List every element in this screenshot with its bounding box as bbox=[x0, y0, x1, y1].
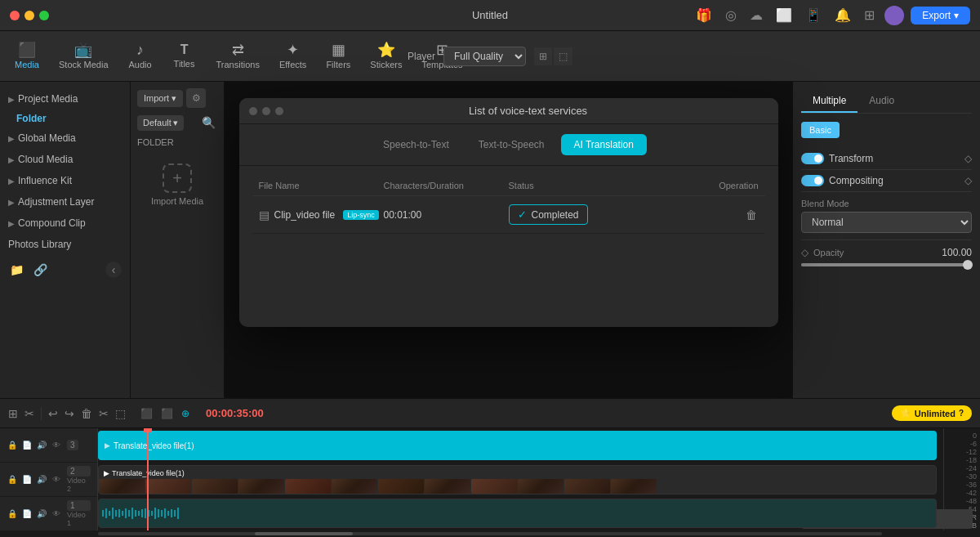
add-video-icon[interactable]: ⬛ bbox=[139, 406, 154, 421]
multi-select-icon[interactable]: ⊞ bbox=[8, 407, 18, 420]
import-media-box[interactable]: + Import Media bbox=[137, 154, 217, 216]
volume-icon-2[interactable]: 🔊 bbox=[36, 474, 47, 486]
sidebar-item-folder[interactable]: Folder bbox=[0, 110, 130, 128]
bell-icon[interactable]: 🔔 bbox=[831, 4, 854, 26]
modal-tab-ai-translation[interactable]: AI Translation bbox=[561, 134, 647, 155]
track-clip-3[interactable]: ▶ Translate_video file(1) bbox=[98, 431, 937, 460]
eye-icon-2[interactable]: 👁 bbox=[51, 474, 62, 486]
lock-icon-3[interactable]: 🔒 bbox=[7, 440, 18, 451]
opacity-slider-thumb[interactable] bbox=[963, 260, 973, 270]
volume-icon-3[interactable]: 🔊 bbox=[36, 440, 47, 451]
toolbar-item-stock[interactable]: 📺 Stock Media bbox=[51, 38, 117, 74]
thumb-2-3 bbox=[192, 479, 238, 494]
modal-title: List of voice-text services bbox=[288, 105, 768, 117]
avatar[interactable] bbox=[884, 6, 904, 25]
arrow-icon: ▶ bbox=[8, 95, 15, 104]
toolbar-item-audio[interactable]: ♪ Audio bbox=[120, 38, 161, 74]
add-folder-icon[interactable]: 📁 bbox=[8, 262, 25, 278]
sidebar-item-influence[interactable]: ▶ Influence Kit bbox=[0, 170, 130, 191]
volume-icon-1[interactable]: 🔊 bbox=[36, 508, 47, 520]
minimize-button[interactable] bbox=[24, 11, 34, 20]
toolbar-item-transitions[interactable]: ⇄ Transitions bbox=[208, 38, 268, 74]
svg-rect-1 bbox=[105, 508, 107, 518]
delete-icon[interactable]: 🗑 bbox=[81, 407, 92, 420]
grid-icon[interactable]: ⊞ bbox=[861, 4, 878, 26]
transform-diamond-icon[interactable]: ◇ bbox=[964, 153, 972, 164]
gift-icon[interactable]: 🎁 bbox=[693, 4, 715, 26]
modal-tab-speech-to-text[interactable]: Speech-to-Text bbox=[370, 134, 462, 155]
track-clip-audio-wave[interactable] bbox=[98, 499, 937, 528]
track-row-1 bbox=[98, 497, 943, 530]
toolbar-item-stickers[interactable]: ⭐ Stickers bbox=[362, 38, 410, 74]
tab-audio[interactable]: Audio bbox=[858, 90, 906, 113]
timeline: ⊞ ✂ ↩ ↪ 🗑 ✂ ⬚ ⬛ ⬛ ⊕ 00:00:35:00 ⭐ Unlimi… bbox=[0, 398, 980, 537]
timeline-scrollbar bbox=[0, 530, 980, 537]
modal-tab-text-to-speech[interactable]: Text-to-Speech bbox=[466, 134, 558, 155]
share-icon[interactable]: ◎ bbox=[722, 4, 740, 26]
svg-rect-22 bbox=[174, 510, 176, 517]
toolbar-item-effects[interactable]: ✦ Effects bbox=[271, 38, 314, 74]
undo-icon[interactable]: ↩ bbox=[48, 407, 58, 420]
sub-tab-basic[interactable]: Basic bbox=[801, 122, 840, 138]
blend-mode-select[interactable]: Normal Multiply Screen Overlay bbox=[801, 212, 972, 233]
opacity-slider-fill bbox=[801, 263, 972, 266]
close-button[interactable] bbox=[10, 11, 20, 20]
modal-maximize[interactable] bbox=[275, 107, 283, 115]
scrollbar-track[interactable] bbox=[98, 532, 882, 535]
track-clip-2[interactable]: ▶ Translate_video file(1) bbox=[98, 465, 937, 494]
svg-rect-21 bbox=[171, 509, 172, 517]
scrollbar-thumb[interactable] bbox=[255, 532, 353, 535]
modal-minimize[interactable] bbox=[262, 107, 270, 115]
device-icon[interactable]: 📱 bbox=[802, 4, 825, 26]
sidebar-item-photos[interactable]: Photos Library bbox=[0, 234, 130, 255]
image-view-btn[interactable]: ⬚ bbox=[554, 47, 572, 65]
sidebar-item-cloud[interactable]: ▶ Cloud Media bbox=[0, 149, 130, 170]
sidebar-item-adjustment[interactable]: ▶ Adjustment Layer bbox=[0, 191, 130, 213]
unlimited-badge[interactable]: ⭐ Unlimited ? bbox=[892, 405, 972, 421]
file-icon-2[interactable]: 📄 bbox=[21, 474, 33, 486]
svg-rect-5 bbox=[118, 509, 120, 517]
cloud-icon[interactable]: ☁ bbox=[746, 4, 766, 26]
compositing-toggle[interactable] bbox=[801, 175, 824, 186]
cut-icon[interactable]: ✂ bbox=[99, 407, 109, 420]
import-button[interactable]: Import ▾ bbox=[137, 90, 183, 107]
razor-icon[interactable]: ✂ bbox=[24, 407, 34, 420]
opacity-diamond-icon[interactable]: ◇ bbox=[801, 247, 808, 258]
add-motion-icon[interactable]: ⊕ bbox=[180, 406, 191, 421]
maximize-button[interactable] bbox=[39, 11, 49, 20]
modal-close[interactable] bbox=[249, 107, 257, 115]
quality-select[interactable]: Full Quality Half Quality bbox=[443, 47, 526, 66]
thumb-2-8 bbox=[425, 479, 470, 494]
svg-rect-12 bbox=[141, 509, 143, 517]
crop-icon[interactable]: ⬚ bbox=[115, 407, 126, 420]
eye-icon-3[interactable]: 👁 bbox=[51, 440, 62, 451]
screen-icon[interactable]: ⬜ bbox=[773, 4, 795, 26]
time-display: 00:00:35:00 bbox=[206, 407, 264, 419]
sidebar-item-global[interactable]: ▶ Global Media bbox=[0, 128, 130, 149]
default-sort-btn[interactable]: Default ▾ bbox=[137, 115, 184, 131]
add-media-icon[interactable]: 🔗 bbox=[32, 262, 49, 278]
lock-icon-2[interactable]: 🔒 bbox=[7, 474, 18, 486]
compositing-diamond-icon[interactable]: ◇ bbox=[964, 175, 972, 186]
grid-view-btn[interactable]: ⊞ bbox=[534, 47, 552, 65]
collapse-sidebar-btn[interactable]: ‹ bbox=[105, 262, 122, 278]
toolbar-item-media[interactable]: ⬛ Media bbox=[7, 38, 47, 74]
toolbar-item-filters[interactable]: ▦ Filters bbox=[318, 38, 359, 74]
tab-multiple[interactable]: Multiple bbox=[801, 90, 858, 113]
lock-icon-1[interactable]: 🔒 bbox=[7, 508, 18, 520]
toolbar-item-titles[interactable]: T Titles bbox=[164, 38, 205, 74]
file-icon-1[interactable]: 📄 bbox=[21, 508, 33, 520]
transform-toggle[interactable] bbox=[801, 153, 824, 164]
eye-icon-1[interactable]: 👁 bbox=[51, 508, 62, 520]
redo-icon[interactable]: ↪ bbox=[65, 407, 74, 420]
add-audio-icon[interactable]: ⬛ bbox=[159, 406, 175, 421]
export-button[interactable]: Export ▾ bbox=[911, 7, 970, 25]
search-btn[interactable]: 🔍 bbox=[200, 114, 217, 131]
sidebar-item-project-media[interactable]: ▶ Project Media bbox=[0, 88, 130, 110]
sidebar-item-compound[interactable]: ▶ Compound Clip bbox=[0, 213, 130, 234]
media-settings-btn[interactable]: ⚙ bbox=[186, 88, 206, 108]
track-2-icons: 🔒 📄 🔊 👁 bbox=[7, 474, 62, 486]
track-label-2: 🔒 📄 🔊 👁 2 Video 2 bbox=[0, 463, 97, 497]
file-icon-3[interactable]: 📄 bbox=[21, 440, 33, 451]
delete-row-btn[interactable]: 🗑 bbox=[744, 207, 759, 223]
